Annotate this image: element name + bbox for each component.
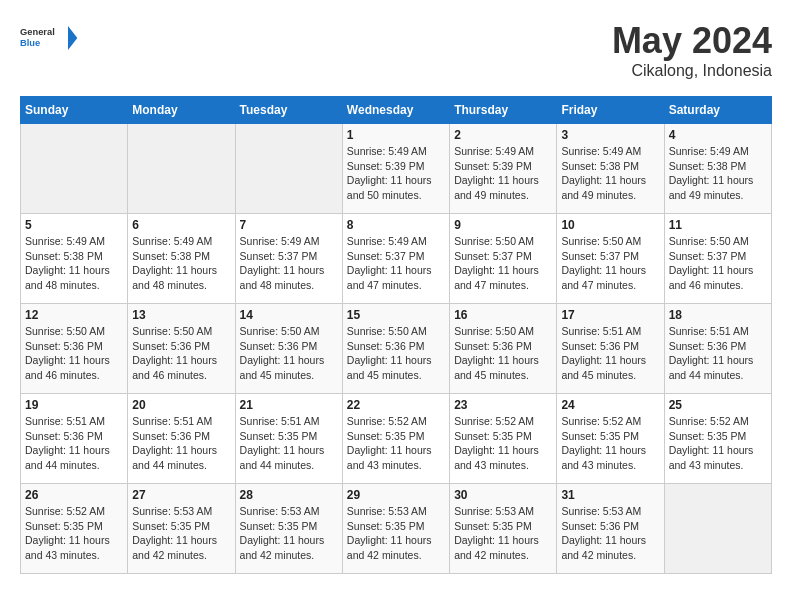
day-number: 9 [454,218,552,232]
day-info: Sunrise: 5:49 AM Sunset: 5:39 PM Dayligh… [347,144,445,203]
day-info: Sunrise: 5:52 AM Sunset: 5:35 PM Dayligh… [669,414,767,473]
day-number: 26 [25,488,123,502]
day-number: 11 [669,218,767,232]
calendar-body: 1Sunrise: 5:49 AM Sunset: 5:39 PM Daylig… [21,124,772,574]
day-number: 4 [669,128,767,142]
day-info: Sunrise: 5:53 AM Sunset: 5:35 PM Dayligh… [132,504,230,563]
day-number: 3 [561,128,659,142]
calendar-header: SundayMondayTuesdayWednesdayThursdayFrid… [21,97,772,124]
calendar-cell: 7Sunrise: 5:49 AM Sunset: 5:37 PM Daylig… [235,214,342,304]
calendar-cell [21,124,128,214]
calendar-cell: 13Sunrise: 5:50 AM Sunset: 5:36 PM Dayli… [128,304,235,394]
calendar-cell: 17Sunrise: 5:51 AM Sunset: 5:36 PM Dayli… [557,304,664,394]
day-number: 31 [561,488,659,502]
day-info: Sunrise: 5:50 AM Sunset: 5:36 PM Dayligh… [132,324,230,383]
calendar-cell: 10Sunrise: 5:50 AM Sunset: 5:37 PM Dayli… [557,214,664,304]
day-number: 7 [240,218,338,232]
page-header: General Blue May 2024 Cikalong, Indonesi… [20,20,772,80]
weekday-header: Thursday [450,97,557,124]
calendar-cell: 23Sunrise: 5:52 AM Sunset: 5:35 PM Dayli… [450,394,557,484]
day-info: Sunrise: 5:50 AM Sunset: 5:36 PM Dayligh… [240,324,338,383]
day-info: Sunrise: 5:49 AM Sunset: 5:39 PM Dayligh… [454,144,552,203]
calendar-cell: 9Sunrise: 5:50 AM Sunset: 5:37 PM Daylig… [450,214,557,304]
day-number: 2 [454,128,552,142]
calendar-cell: 3Sunrise: 5:49 AM Sunset: 5:38 PM Daylig… [557,124,664,214]
calendar-week-row: 5Sunrise: 5:49 AM Sunset: 5:38 PM Daylig… [21,214,772,304]
calendar-cell [235,124,342,214]
weekday-header: Tuesday [235,97,342,124]
day-info: Sunrise: 5:50 AM Sunset: 5:37 PM Dayligh… [454,234,552,293]
calendar-cell [664,484,771,574]
day-number: 14 [240,308,338,322]
day-number: 22 [347,398,445,412]
weekday-header: Friday [557,97,664,124]
day-info: Sunrise: 5:51 AM Sunset: 5:36 PM Dayligh… [669,324,767,383]
day-number: 15 [347,308,445,322]
day-number: 8 [347,218,445,232]
calendar-cell: 15Sunrise: 5:50 AM Sunset: 5:36 PM Dayli… [342,304,449,394]
svg-text:Blue: Blue [20,38,40,48]
day-info: Sunrise: 5:50 AM Sunset: 5:36 PM Dayligh… [454,324,552,383]
day-number: 12 [25,308,123,322]
calendar-cell: 18Sunrise: 5:51 AM Sunset: 5:36 PM Dayli… [664,304,771,394]
day-info: Sunrise: 5:51 AM Sunset: 5:35 PM Dayligh… [240,414,338,473]
day-info: Sunrise: 5:52 AM Sunset: 5:35 PM Dayligh… [25,504,123,563]
calendar-cell: 24Sunrise: 5:52 AM Sunset: 5:35 PM Dayli… [557,394,664,484]
calendar-week-row: 26Sunrise: 5:52 AM Sunset: 5:35 PM Dayli… [21,484,772,574]
day-number: 10 [561,218,659,232]
weekday-header: Wednesday [342,97,449,124]
svg-text:General: General [20,27,55,37]
day-info: Sunrise: 5:51 AM Sunset: 5:36 PM Dayligh… [561,324,659,383]
day-info: Sunrise: 5:50 AM Sunset: 5:37 PM Dayligh… [669,234,767,293]
day-info: Sunrise: 5:49 AM Sunset: 5:37 PM Dayligh… [240,234,338,293]
day-number: 27 [132,488,230,502]
day-number: 18 [669,308,767,322]
day-number: 21 [240,398,338,412]
day-number: 20 [132,398,230,412]
svg-marker-2 [68,26,77,50]
calendar-cell: 25Sunrise: 5:52 AM Sunset: 5:35 PM Dayli… [664,394,771,484]
day-number: 23 [454,398,552,412]
calendar-cell: 8Sunrise: 5:49 AM Sunset: 5:37 PM Daylig… [342,214,449,304]
calendar-cell: 26Sunrise: 5:52 AM Sunset: 5:35 PM Dayli… [21,484,128,574]
calendar-cell: 11Sunrise: 5:50 AM Sunset: 5:37 PM Dayli… [664,214,771,304]
title-block: May 2024 Cikalong, Indonesia [612,20,772,80]
calendar-week-row: 12Sunrise: 5:50 AM Sunset: 5:36 PM Dayli… [21,304,772,394]
day-number: 28 [240,488,338,502]
day-info: Sunrise: 5:49 AM Sunset: 5:38 PM Dayligh… [669,144,767,203]
day-info: Sunrise: 5:49 AM Sunset: 5:38 PM Dayligh… [561,144,659,203]
day-info: Sunrise: 5:49 AM Sunset: 5:37 PM Dayligh… [347,234,445,293]
weekday-row: SundayMondayTuesdayWednesdayThursdayFrid… [21,97,772,124]
day-number: 6 [132,218,230,232]
calendar-table: SundayMondayTuesdayWednesdayThursdayFrid… [20,96,772,574]
day-info: Sunrise: 5:50 AM Sunset: 5:37 PM Dayligh… [561,234,659,293]
calendar-cell: 6Sunrise: 5:49 AM Sunset: 5:38 PM Daylig… [128,214,235,304]
calendar-cell: 12Sunrise: 5:50 AM Sunset: 5:36 PM Dayli… [21,304,128,394]
calendar-cell [128,124,235,214]
day-info: Sunrise: 5:49 AM Sunset: 5:38 PM Dayligh… [25,234,123,293]
day-info: Sunrise: 5:53 AM Sunset: 5:36 PM Dayligh… [561,504,659,563]
day-number: 17 [561,308,659,322]
calendar-cell: 1Sunrise: 5:49 AM Sunset: 5:39 PM Daylig… [342,124,449,214]
calendar-cell: 22Sunrise: 5:52 AM Sunset: 5:35 PM Dayli… [342,394,449,484]
weekday-header: Monday [128,97,235,124]
day-info: Sunrise: 5:49 AM Sunset: 5:38 PM Dayligh… [132,234,230,293]
calendar-cell: 2Sunrise: 5:49 AM Sunset: 5:39 PM Daylig… [450,124,557,214]
calendar-cell: 19Sunrise: 5:51 AM Sunset: 5:36 PM Dayli… [21,394,128,484]
month-title: May 2024 [612,20,772,62]
day-number: 25 [669,398,767,412]
day-number: 19 [25,398,123,412]
calendar-cell: 4Sunrise: 5:49 AM Sunset: 5:38 PM Daylig… [664,124,771,214]
day-number: 30 [454,488,552,502]
calendar-cell: 28Sunrise: 5:53 AM Sunset: 5:35 PM Dayli… [235,484,342,574]
calendar-cell: 31Sunrise: 5:53 AM Sunset: 5:36 PM Dayli… [557,484,664,574]
day-info: Sunrise: 5:50 AM Sunset: 5:36 PM Dayligh… [25,324,123,383]
day-info: Sunrise: 5:51 AM Sunset: 5:36 PM Dayligh… [25,414,123,473]
day-number: 1 [347,128,445,142]
day-info: Sunrise: 5:51 AM Sunset: 5:36 PM Dayligh… [132,414,230,473]
day-info: Sunrise: 5:52 AM Sunset: 5:35 PM Dayligh… [347,414,445,473]
logo: General Blue [20,20,80,56]
logo-svg: General Blue [20,20,80,56]
calendar-cell: 21Sunrise: 5:51 AM Sunset: 5:35 PM Dayli… [235,394,342,484]
day-info: Sunrise: 5:52 AM Sunset: 5:35 PM Dayligh… [454,414,552,473]
